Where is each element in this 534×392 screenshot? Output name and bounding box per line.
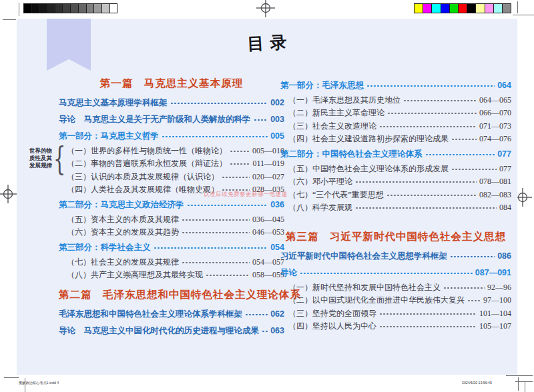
toc-row: 习近平新时代中国特色社会主义思想学科框架086 [280, 248, 511, 265]
dot-leader [467, 299, 481, 303]
toc-page-number: 036—045 [251, 215, 284, 225]
dot-leader [386, 193, 477, 197]
side-note: 世界的物 质性及其 发展规律 [29, 147, 56, 169]
toc-row: 第二部分：中国特色社会主义理论体系077 [280, 146, 511, 163]
toc-entry-label: （四）社会主义建设道路初步探索的理论成果 [288, 135, 449, 144]
toc-chapter-heading: 第二篇 毛泽东思想和中国特色社会主义理论体系 [59, 289, 284, 306]
dot-leader [262, 329, 268, 333]
dot-leader [222, 175, 250, 179]
toc-entry-label: 第二部分：中国特色社会主义理论体系 [280, 149, 423, 159]
toc-row: （五）资本主义的本质及其规律036—045 [59, 213, 284, 227]
toc-row: 第二部分：马克思主义政治经济学036 [59, 197, 284, 213]
color-swatch [39, 4, 47, 13]
color-swatch [94, 4, 102, 13]
side-note-line: 世界的物 [29, 147, 56, 155]
toc-page-number: 066—070 [478, 109, 511, 118]
toc-row: （五）中国特色社会主义理论体系的形成发展077 [280, 163, 511, 176]
toc-page-number: 92—96 [486, 283, 511, 293]
color-swatch [432, 4, 441, 13]
color-swatch [415, 4, 423, 13]
toc-right-column: 第一部分：毛泽东思想064（一）毛泽东思想及其历史地位064—065（二）新民主… [280, 77, 511, 333]
toc-entry-label: （三）认识的本质及其发展规律（认识论） [67, 173, 219, 182]
color-swatch [450, 4, 459, 13]
toc-row: 第三部分：科学社会主义054 [59, 239, 284, 256]
toc-page-number: 020—027 [251, 173, 284, 182]
toc-row: 导论 马克思主义中国化时代化的历史进程与理论成果063 [59, 323, 284, 339]
toc-row: （二）新民主主义革命理论066—070 [280, 107, 511, 121]
toc-entry-label: 导论 [280, 268, 297, 277]
toc-entry-label: 导论 马克思主义中国化时代化的历史进程与理论成果 [59, 326, 259, 335]
dot-leader [206, 273, 250, 277]
dot-leader [379, 325, 477, 329]
toc-entry-label: （四）人类社会及其发展规律（唯物史观） [67, 185, 219, 195]
crop-mark [518, 377, 519, 391]
dot-leader [154, 246, 268, 250]
toc-row: （一）新时代坚持和发展中国特色社会主义92—96 [280, 281, 511, 295]
toc-entry-label: 第一部分：马克思主义哲学 [59, 131, 159, 141]
color-swatch [485, 4, 494, 13]
dot-leader [187, 203, 268, 207]
toc-entry-label: 习近平新时代中国特色社会主义思想学科框架 [280, 251, 447, 261]
side-note-line: 发展规律 [29, 162, 56, 169]
toc-chapter-heading: 第三篇 习近平新时代中国特色社会主义思想 [280, 231, 511, 248]
registration-mark-icon [256, 0, 275, 17]
toc-row: 马克思主义基本原理学科框架002 [59, 95, 284, 111]
toc-page-number: 078—081 [478, 177, 511, 187]
dot-leader [450, 255, 495, 259]
color-swatch [55, 4, 63, 13]
side-note-line: 质性及其 [29, 155, 56, 162]
color-swatch [476, 4, 485, 13]
toc-row: （七）“三个代表”重要思想082—083 [280, 189, 511, 202]
toc-entry-label: （六）资本主义的发展及其趋势 [67, 228, 179, 237]
toc-row: （四）社会主义建设道路初步探索的理论成果074—076 [280, 133, 511, 147]
color-swatch [24, 4, 32, 13]
toc-page-number: 011—019 [251, 159, 284, 169]
toc-entry-label: （一）世界的多样性与物质统一性（唯物论） [67, 147, 227, 156]
color-swatch [79, 4, 87, 13]
toc-row: （八）共产主义崇高理想及其最终实现058—059 [59, 269, 284, 283]
toc-row: （八）科学发展观084 [280, 202, 511, 215]
dot-leader [170, 101, 268, 105]
toc-entry-label: （三）坚持党的全面领导 [288, 309, 376, 319]
crop-mark [4, 377, 19, 378]
toc-entry-label: （二）以中国式现代化全面推进中华民族伟大复兴 [288, 296, 465, 305]
toc-entry-label: （五）中国特色社会主义理论体系的形成发展 [288, 165, 449, 174]
toc-entry-label: 导论 马克思主义是关于无产阶级和人类解放的科学 [59, 115, 251, 124]
toc-page-number: 071—073 [478, 122, 511, 131]
toc-page-number: 046—053 [251, 228, 284, 237]
toc-row: （三）坚持党的全面领导101—104 [280, 307, 511, 321]
crop-mark [3, 19, 16, 20]
dot-leader [443, 286, 485, 290]
crop-mark [19, 3, 19, 16]
toc-entry-label: （一）新时代坚持和发展中国特色社会主义 [288, 283, 441, 293]
toc-row: 第一部分：毛泽东思想064 [280, 77, 511, 94]
crop-mark [515, 381, 533, 382]
toc-entry-label: 毛泽东思想和中国特色社会主义理论体系学科框架 [59, 309, 242, 319]
toc-page: 目录 世界的物 质性及其 发展规律 { 第一篇 马克思主义基本原理马克思主义基本… [17, 19, 517, 375]
toc-entry-label: （五）资本主义的本质及其规律 [67, 215, 179, 225]
dot-leader [451, 167, 497, 171]
toc-entry-label: （三）社会主义改造理论 [288, 122, 376, 131]
dot-leader [182, 261, 250, 265]
color-swatch [467, 4, 476, 13]
toc-page-number: 074—076 [478, 135, 511, 144]
color-swatch [423, 4, 432, 13]
dot-leader [254, 118, 268, 122]
toc-entry-label: （六）邓小平理论 [288, 177, 352, 187]
color-swatch [63, 4, 71, 13]
color-swatch [32, 4, 40, 13]
toc-page-number: 101—104 [478, 309, 511, 319]
toc-row: （三）社会主义改造理论071—073 [280, 120, 511, 133]
toc-row: （三）认识的本质及其发展规律（认识论）020—027 [59, 171, 284, 184]
dot-leader [230, 149, 250, 153]
color-swatch [503, 4, 511, 13]
toc-page-number: 077 [496, 149, 511, 159]
dot-leader [182, 218, 250, 222]
color-swatch [87, 4, 95, 13]
toc-row: （四）坚持以人民为中心105—107 [280, 321, 511, 334]
toc-page-number: 054—057 [251, 258, 284, 267]
dot-leader [425, 153, 495, 157]
toc-row: （七）社会主义的发展及其规律054—057 [59, 256, 284, 269]
toc-page-number: 086 [496, 251, 511, 261]
slug-timestamp: 2024/5/20 13:56:45 [462, 381, 492, 385]
